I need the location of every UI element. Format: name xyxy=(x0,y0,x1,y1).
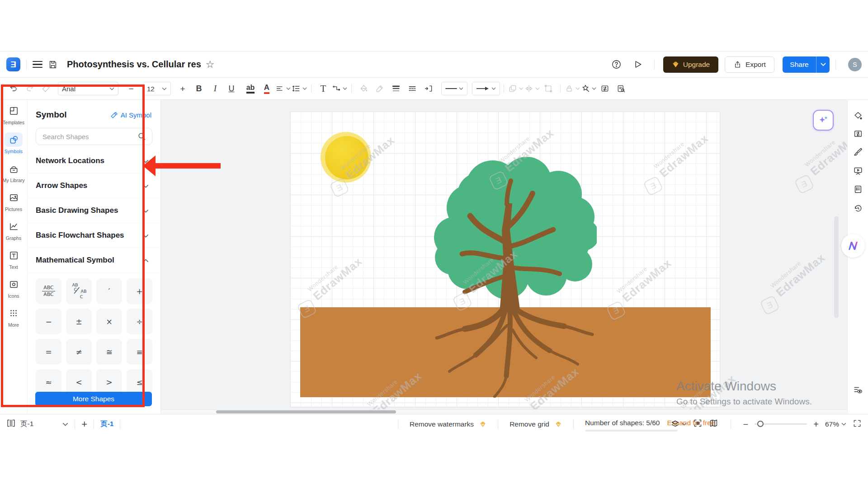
font-family-select[interactable]: Arial xyxy=(58,82,118,95)
canvas-viewport[interactable]: ƎWondershareEdrawMax ƎWondershareEdrawMa… xyxy=(161,100,847,414)
category-network-locations[interactable]: Network Locations xyxy=(28,149,160,174)
minimap-icon[interactable] xyxy=(709,418,718,430)
page-select[interactable]: 页-1 xyxy=(20,419,68,429)
group-icon[interactable] xyxy=(540,81,557,96)
text-align-button[interactable] xyxy=(275,81,291,96)
horizontal-scrollbar-track[interactable] xyxy=(161,409,847,414)
upgrade-button[interactable]: Upgrade xyxy=(663,56,718,73)
save-icon[interactable] xyxy=(48,60,58,70)
favorite-star-icon[interactable]: ☆ xyxy=(206,60,215,70)
symbol-equals[interactable]: = xyxy=(36,339,61,365)
symbol-not-equal[interactable]: ≠ xyxy=(66,339,92,365)
fullscreen-icon[interactable] xyxy=(853,419,862,430)
flip-mirror-icon[interactable] xyxy=(524,81,540,96)
line-spacing-button[interactable] xyxy=(291,81,307,96)
insert-text-button[interactable]: T xyxy=(315,81,331,96)
bold-button[interactable]: B xyxy=(191,81,207,96)
preview-list-icon[interactable] xyxy=(851,383,865,397)
share-button[interactable]: Share xyxy=(783,56,830,73)
symbol-less-than[interactable]: < xyxy=(66,369,92,395)
category-basic-flowchart-shapes[interactable]: Basic Flowchart Shapes xyxy=(28,223,160,248)
style-fill-icon[interactable] xyxy=(851,109,865,122)
zoom-out-button[interactable]: − xyxy=(743,420,749,429)
symbol-fraction[interactable]: ABCABC xyxy=(36,278,61,304)
sidebar-item-icons[interactable]: Icons xyxy=(0,273,27,302)
lock-icon[interactable] xyxy=(564,81,580,96)
line-weight-button[interactable] xyxy=(388,81,404,96)
search-icon[interactable] xyxy=(137,132,146,142)
drawing-page[interactable] xyxy=(291,112,720,407)
remove-watermarks-link[interactable]: Remove watermarks xyxy=(410,420,474,428)
page-setup-icon[interactable] xyxy=(851,127,865,141)
ai-assistant-button[interactable] xyxy=(813,110,834,131)
more-shapes-button[interactable]: More Shapes xyxy=(35,392,152,406)
symbol-less-equal[interactable]: ≤ xyxy=(127,369,152,395)
symbol-plus[interactable]: + xyxy=(127,278,152,304)
symbol-multiply[interactable]: × xyxy=(96,309,122,334)
fill-color-icon[interactable] xyxy=(355,81,372,96)
help-icon[interactable] xyxy=(611,59,622,70)
zoom-slider[interactable] xyxy=(755,423,807,425)
symbol-identical[interactable]: ≡ xyxy=(127,339,152,365)
page-tab[interactable]: 页-1 xyxy=(100,419,113,429)
category-mathematical-symbol[interactable]: Mathematical Symbol xyxy=(28,248,160,273)
zoom-level-select[interactable]: 67% xyxy=(825,420,846,428)
format-painter-icon[interactable] xyxy=(38,81,54,96)
share-dropdown-arrow[interactable] xyxy=(816,56,830,73)
document-title[interactable]: Photosynthesis vs. Cellular res xyxy=(67,59,201,70)
text-highlight-button[interactable]: ab xyxy=(242,81,259,96)
increase-font-button[interactable]: + xyxy=(175,81,191,96)
history-icon[interactable] xyxy=(851,202,865,215)
main-menu-icon[interactable] xyxy=(33,61,42,68)
symbol-minus[interactable]: − xyxy=(36,309,61,334)
duplicate-icon[interactable] xyxy=(508,81,524,96)
line-dash-style-button[interactable] xyxy=(404,81,420,96)
connector-button[interactable] xyxy=(331,81,348,96)
add-page-button[interactable]: + xyxy=(81,419,87,429)
remove-grid-link[interactable]: Remove grid xyxy=(509,420,549,428)
symbol-complex-fraction[interactable]: AB C ⁄ AB C xyxy=(66,278,92,304)
sidebar-item-more[interactable]: More xyxy=(0,302,27,331)
share-label[interactable]: Share xyxy=(783,56,816,73)
symbol-approx[interactable]: ≈ xyxy=(36,369,61,395)
arrow-style-select[interactable] xyxy=(472,82,500,95)
theme-brush-icon[interactable] xyxy=(851,145,865,159)
edraw-logo-icon[interactable]: Ǝ xyxy=(6,57,20,71)
export-button[interactable]: Export xyxy=(725,56,774,73)
connection-points-button[interactable] xyxy=(420,81,437,96)
symbol-plus-minus[interactable]: ± xyxy=(66,309,92,334)
ai-symbol-link[interactable]: AI Symbol xyxy=(110,111,151,119)
line-color-pen-icon[interactable] xyxy=(372,81,388,96)
swap-panel-button[interactable] xyxy=(597,81,613,96)
presentation-icon[interactable] xyxy=(851,164,865,178)
notes-list-icon[interactable] xyxy=(851,183,865,196)
underline-button[interactable]: U xyxy=(223,81,240,96)
undo-button[interactable] xyxy=(5,81,22,96)
symbol-greater-than[interactable]: > xyxy=(96,369,122,395)
symbol-prime[interactable]: ′ xyxy=(96,278,122,304)
italic-button[interactable]: I xyxy=(207,81,223,96)
tree-shape[interactable] xyxy=(425,154,597,398)
zoom-slider-knob[interactable] xyxy=(757,421,764,427)
category-arrow-shapes[interactable]: Arrow Shapes xyxy=(28,174,160,198)
page-overview-icon[interactable] xyxy=(6,418,16,430)
font-size-select[interactable]: 12 xyxy=(143,82,171,95)
sidebar-item-templates[interactable]: Templates xyxy=(0,100,27,129)
sidebar-item-text[interactable]: Text xyxy=(0,244,27,273)
horizontal-scrollbar-thumb[interactable] xyxy=(216,410,396,413)
category-basic-drawing-shapes[interactable]: Basic Drawing Shapes xyxy=(28,198,160,223)
search-input[interactable] xyxy=(36,128,152,145)
layers-icon[interactable] xyxy=(670,419,687,429)
zoom-in-button[interactable]: + xyxy=(813,420,819,429)
find-shape-button[interactable] xyxy=(613,81,629,96)
sun-shape[interactable] xyxy=(325,136,368,179)
decrease-font-button[interactable]: − xyxy=(123,81,139,96)
symbol-divide[interactable]: ÷ xyxy=(127,309,152,334)
focus-center-icon[interactable] xyxy=(693,418,703,430)
present-play-icon[interactable] xyxy=(632,59,643,70)
vertical-scrollbar[interactable] xyxy=(834,216,839,318)
symbol-congruent[interactable]: ≅ xyxy=(96,339,122,365)
line-style-select[interactable] xyxy=(441,82,467,95)
ai-n-assistant-button[interactable] xyxy=(841,234,865,258)
sidebar-item-graphs[interactable]: Graphs xyxy=(0,216,27,244)
